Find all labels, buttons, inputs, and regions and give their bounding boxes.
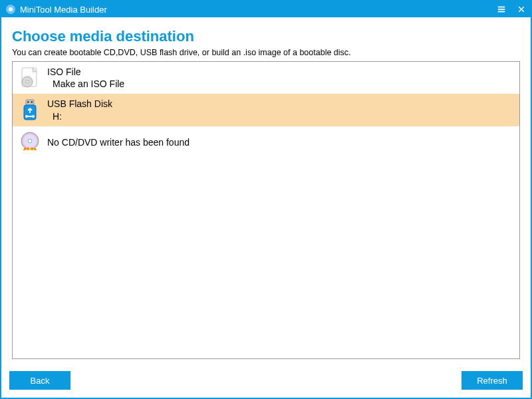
back-button[interactable]: Back bbox=[9, 371, 70, 390]
close-icon[interactable] bbox=[516, 4, 527, 15]
media-list: ISO File Make an ISO File bbox=[12, 61, 520, 359]
list-item-detail: H: bbox=[47, 110, 112, 122]
svg-rect-12 bbox=[27, 101, 29, 103]
list-item-text: ISO File Make an ISO File bbox=[47, 66, 124, 90]
page-subtitle: You can create bootable CD,DVD, USB flas… bbox=[12, 48, 520, 57]
svg-point-1 bbox=[9, 7, 13, 11]
content-area: Choose media destination You can create … bbox=[1, 17, 531, 364]
list-item-detail: Make an ISO File bbox=[47, 78, 124, 90]
app-window: MiniTool Media Builder Choose media dest… bbox=[0, 0, 532, 399]
menu-icon[interactable] bbox=[496, 4, 507, 15]
svg-point-19 bbox=[28, 139, 32, 143]
svg-point-16 bbox=[32, 115, 35, 118]
iso-file-icon bbox=[18, 66, 42, 90]
list-item-text: USB Flash Disk H: bbox=[47, 98, 112, 122]
list-item-text: No CD/DVD writer has been found bbox=[47, 136, 190, 148]
svg-point-10 bbox=[26, 80, 29, 83]
list-item-usb[interactable]: USB Flash Disk H: bbox=[13, 94, 519, 126]
svg-rect-11 bbox=[26, 100, 34, 105]
list-item-title: ISO File bbox=[47, 66, 124, 78]
list-item-title: No CD/DVD writer has been found bbox=[47, 136, 190, 148]
list-item-cd-dvd[interactable]: No CD/DVD writer has been found bbox=[13, 126, 519, 158]
window-title: MiniTool Media Builder bbox=[20, 5, 496, 15]
app-icon bbox=[5, 4, 16, 15]
svg-point-15 bbox=[25, 115, 28, 118]
titlebar: MiniTool Media Builder bbox=[1, 1, 531, 17]
page-title: Choose media destination bbox=[12, 28, 520, 45]
list-item-title: USB Flash Disk bbox=[47, 98, 112, 110]
usb-flash-icon bbox=[18, 98, 42, 122]
refresh-button[interactable]: Refresh bbox=[462, 371, 523, 390]
disc-burn-icon bbox=[18, 130, 42, 154]
titlebar-controls bbox=[496, 4, 527, 15]
svg-rect-13 bbox=[31, 101, 33, 103]
footer: Back Refresh bbox=[1, 364, 531, 398]
list-item-iso[interactable]: ISO File Make an ISO File bbox=[13, 62, 519, 94]
